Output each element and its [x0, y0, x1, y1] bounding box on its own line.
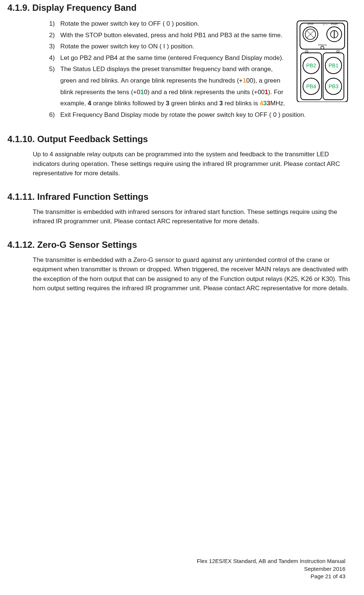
heading-4-1-9: 4.1.9. Display Frequency Band — [7, 3, 357, 13]
footer-line-1: Flex 12ES/EX Standard, AB and Tandem Ins… — [197, 557, 345, 565]
step-text: 3 — [267, 100, 270, 107]
step-number: 5) — [49, 64, 55, 75]
step-text: MHz. — [270, 100, 285, 107]
step-text: 3 — [166, 100, 169, 107]
step-item: 2)With the STOP button elevated, press a… — [49, 30, 357, 41]
step-text: red blinks is — [223, 100, 260, 107]
document-page: 4.1.9. Display Frequency Band STOP START… — [0, 0, 364, 595]
page-footer: Flex 12ES/EX Standard, AB and Tandem Ins… — [197, 557, 345, 580]
step-text: Rotate the power switch key to OFF ( 0 )… — [60, 20, 199, 27]
step-item: 6)Exit Frequency Band Display mode by ro… — [49, 109, 357, 121]
body-4-1-12: The transmitter is embedded with a Zero-… — [33, 255, 357, 293]
step-item: 4)Let go PB2 and PB4 at the same time (e… — [49, 52, 357, 64]
step-text: 4 — [260, 100, 263, 107]
step-text: 4 — [88, 100, 91, 107]
footer-line-3: Page 21 of 43 — [197, 573, 345, 580]
heading-4-1-12: 4.1.12. Zero-G Sensor Settings — [7, 240, 357, 250]
step-item: 3)Rotate the power switch key to ON ( I … — [49, 41, 357, 52]
step-number: 2) — [49, 30, 55, 41]
body-4-1-10: Up to 4 assignable relay outputs can be … — [33, 150, 357, 178]
footer-line-2: September 2016 — [197, 565, 345, 573]
step-item: 1)Rotate the power switch key to OFF ( 0… — [49, 18, 357, 30]
step-number: 4) — [49, 52, 55, 64]
heading-4-1-10: 4.1.10. Output Feedback Settings — [7, 134, 357, 144]
step-number: 6) — [49, 109, 55, 121]
steps-list-4-1-9: 1)Rotate the power switch key to OFF ( 0… — [49, 18, 357, 121]
step-text: Rotate the power switch key to ON ( I ) … — [60, 43, 194, 50]
step-text: Exit Frequency Band Display mode by rota… — [60, 111, 306, 118]
step-text: green blinks and — [169, 100, 219, 107]
step-text: 3 — [219, 100, 223, 107]
step-number: 1) — [49, 18, 55, 30]
step-text: 1 — [265, 89, 268, 96]
step-text: orange blinks followed by — [91, 100, 166, 107]
body-4-1-11: The transmitter is embedded with infrare… — [33, 207, 357, 226]
step-text: 0) and a red blink represents the units … — [144, 89, 265, 96]
step-text: Let go PB2 and PB4 at the same time (ent… — [60, 54, 284, 61]
step-item: 5)The Status LED displays the preset tra… — [49, 64, 357, 109]
step-text: 3 — [263, 100, 266, 107]
step-text: With the STOP button elevated, press and… — [60, 32, 282, 39]
heading-4-1-11: 4.1.11. Infrared Function Settings — [7, 192, 357, 202]
step-text: The Status LED displays the preset trans… — [60, 65, 273, 84]
step-number: 3) — [49, 41, 55, 52]
